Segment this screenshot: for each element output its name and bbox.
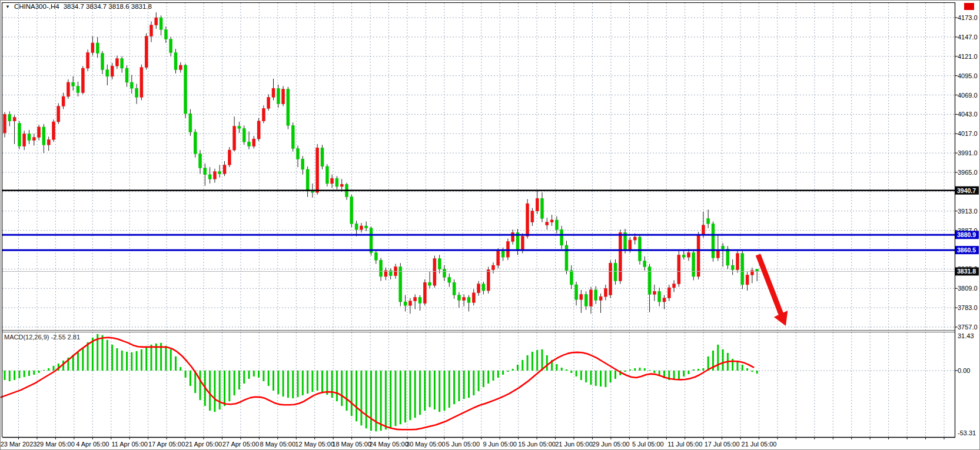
macd-histogram-bar	[487, 371, 489, 384]
macd-histogram-bar	[302, 371, 304, 395]
price-tick-label: 4095.0	[958, 72, 978, 79]
time-tick-label: 5 Jun 05:00	[446, 441, 480, 448]
time-tick-label: 11 Apr 05:00	[111, 441, 148, 448]
macd-histogram-bar	[287, 371, 289, 398]
macd-histogram-bar	[28, 371, 30, 376]
app-window: ▼ CHINA300-,H4 3834.7 3834.7 3818.6 3831…	[0, 0, 980, 450]
candle-body	[423, 282, 426, 303]
candle-body	[633, 237, 636, 240]
candle-body	[189, 114, 192, 132]
macd-histogram-bar	[209, 371, 211, 411]
price-tick-label: 3783.0	[958, 304, 978, 311]
candle-body	[316, 148, 319, 192]
candle-body	[702, 225, 705, 235]
time-tick-label: 15 Jun 05:00	[518, 441, 556, 448]
time-tick-label: 29 Mar 05:00	[36, 441, 75, 448]
macd-histogram-bar	[121, 351, 123, 371]
macd-histogram-bar	[678, 371, 680, 379]
candle-body	[335, 178, 338, 186]
macd-histogram-bar	[145, 347, 147, 371]
candle-body	[253, 139, 255, 146]
candle-body	[170, 39, 172, 53]
candle-body	[443, 269, 446, 277]
candle-body	[57, 106, 60, 122]
candle-body	[653, 291, 656, 294]
candle-body	[521, 236, 524, 251]
macd-histogram-bar	[151, 345, 152, 371]
macd-histogram-bar	[24, 371, 25, 377]
candle-body	[756, 269, 759, 272]
chart-canvas[interactable]: 4173.04147.04121.04095.04069.04043.04017…	[1, 1, 980, 450]
candle-body	[233, 126, 236, 150]
time-tick-label: 21 Jun 05:00	[555, 441, 593, 448]
time-tick-label: 17 Jul 05:00	[705, 441, 740, 448]
price-tick-label: 3913.0	[958, 208, 978, 215]
candle-body	[91, 43, 94, 52]
candle-body	[72, 82, 75, 86]
candle-body	[135, 88, 138, 97]
candle-body	[511, 232, 514, 241]
candle-body	[67, 82, 69, 96]
candle-body	[257, 121, 260, 139]
candle-body	[350, 197, 353, 224]
candle-body	[741, 254, 744, 285]
price-axis-labels: 4173.04147.04121.04095.04069.04043.04017…	[955, 14, 978, 331]
candle-body	[174, 52, 177, 69]
candle-body	[594, 290, 597, 301]
macd-histogram-bar	[536, 350, 538, 371]
collapse-triangle-icon[interactable]: ▼	[5, 4, 10, 10]
macd-histogram-bar	[542, 349, 543, 371]
macd-histogram-bar	[43, 370, 45, 371]
candle-body	[619, 232, 622, 281]
macd-histogram-bar	[580, 371, 582, 380]
candle-body	[301, 159, 304, 169]
candle-body	[267, 97, 270, 108]
candle-body	[707, 218, 710, 224]
macd-histogram-bar	[380, 371, 382, 431]
candle-body	[101, 54, 104, 70]
macd-scale-label: -53.31	[958, 429, 976, 436]
macd-histogram-bar	[200, 371, 201, 400]
macd-histogram-bar	[493, 371, 494, 381]
macd-histogram-bar	[107, 340, 108, 371]
down-arrow-annotation[interactable]	[758, 255, 788, 326]
candle-body	[560, 229, 563, 245]
macd-scale-label: 31.43	[958, 332, 974, 339]
macd-histogram-bar	[165, 346, 167, 371]
macd-histogram-bar	[590, 371, 592, 385]
macd-histogram-bar	[434, 371, 436, 409]
time-tick-label: 27 Apr 05:00	[222, 441, 259, 448]
candle-body	[223, 165, 226, 174]
candle-body	[42, 127, 45, 145]
candle-body	[448, 277, 451, 282]
price-tick-label: 4043.0	[958, 111, 978, 118]
candle-body	[62, 96, 65, 106]
candle-body	[609, 263, 612, 295]
macd-histogram-bar	[48, 368, 49, 371]
chart-title: ▼ CHINA300-,H4 3834.7 3834.7 3818.6 3831…	[5, 3, 152, 10]
macd-histogram-bar	[82, 348, 84, 371]
macd-histogram-bar	[400, 371, 401, 424]
candle-body	[746, 275, 749, 284]
macd-histogram-bar	[131, 352, 132, 371]
macd-histogram-bar	[521, 360, 523, 371]
macd-histogram-bar	[556, 364, 557, 371]
candle-body	[355, 224, 358, 229]
macd-histogram-bar	[111, 345, 113, 371]
macd-histogram-bar	[453, 371, 455, 404]
candle-body	[164, 29, 167, 39]
macd-histogram-bar	[395, 371, 397, 426]
candle-body	[115, 59, 118, 66]
macd-histogram-bar	[341, 371, 343, 406]
candle-body	[629, 240, 632, 249]
macd-histogram-bar	[644, 368, 646, 371]
macd-histogram-bar	[742, 365, 743, 371]
macd-histogram-bar	[14, 371, 15, 380]
arrow-shaft	[758, 255, 781, 315]
macd-histogram-bar	[87, 342, 89, 371]
macd-histogram-bar	[502, 371, 504, 375]
candle-body	[155, 18, 158, 25]
candle-body	[130, 82, 133, 88]
macd-histogram-bar	[311, 371, 313, 392]
price-tick-label: 4121.0	[958, 53, 978, 60]
